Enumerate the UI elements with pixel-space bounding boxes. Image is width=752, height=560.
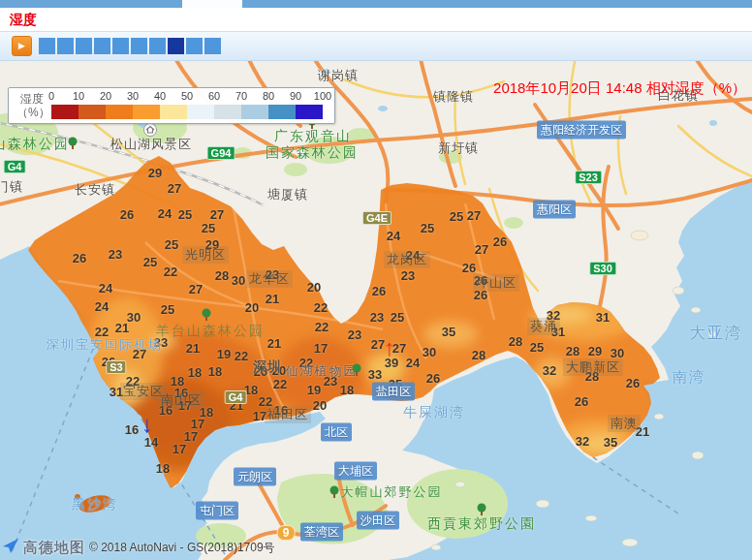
amap-brand: 高德地图	[23, 539, 85, 557]
legend-tick: 30	[127, 90, 139, 102]
timeline-step-1[interactable]	[39, 38, 55, 54]
legend-tick: 50	[181, 90, 193, 102]
legend-tick: 100	[314, 90, 331, 102]
timeline-step-9[interactable]	[186, 38, 203, 54]
legend-color-block	[214, 105, 241, 119]
legend-tick: 20	[100, 90, 111, 102]
timeline-step-7[interactable]	[149, 38, 166, 54]
timeline-step-4[interactable]	[94, 38, 110, 54]
copyright-text: © 2018 AutoNavi - GS(2018)1709号	[89, 540, 275, 556]
legend-color-block	[78, 105, 106, 119]
legend-color-block	[296, 105, 323, 119]
legend-tick: 10	[73, 90, 84, 102]
play-button[interactable]: ▶	[12, 36, 32, 56]
timeline-step-10[interactable]	[204, 38, 221, 54]
timestamp-text: 2018年10月20日 14:48 相对湿度（%）	[493, 79, 746, 98]
timeline-step-2[interactable]	[57, 38, 74, 54]
amap-logo-icon	[2, 537, 19, 558]
humidity-map-page: 2927262425272525292326252228302327242120…	[0, 0, 752, 560]
humidity-legend: 湿度 （%） 0102030405060708090100	[8, 87, 335, 124]
timeline-step-6[interactable]	[131, 38, 147, 54]
legend-color-block	[241, 105, 268, 119]
legend-tick: 0	[48, 90, 54, 102]
timeline-step-3[interactable]	[76, 38, 92, 54]
map-attribution: 高德地图 © 2018 AutoNavi - GS(2018)1709号	[2, 537, 275, 558]
legend-color-block	[160, 105, 187, 119]
title-bar: 湿度	[0, 8, 752, 32]
legend-tick: 80	[263, 90, 274, 102]
legend-color-block	[268, 105, 296, 119]
legend-color-block	[51, 105, 78, 119]
legend-tick: 40	[154, 90, 166, 102]
legend-color-block	[133, 105, 160, 119]
top-strip	[0, 0, 752, 8]
legend-tick: 70	[235, 90, 247, 102]
island-blob	[75, 492, 112, 515]
player-bar: ▶	[0, 32, 752, 61]
timeline-steps	[39, 38, 223, 54]
legend-tick: 60	[208, 90, 220, 102]
page-title: 湿度	[10, 12, 37, 29]
legend-color-block	[106, 105, 133, 119]
legend-color-block	[187, 105, 214, 119]
timeline-step-8[interactable]	[168, 38, 184, 54]
timeline-step-5[interactable]	[112, 38, 129, 54]
legend-unit: （%）	[16, 105, 50, 121]
legend-tick: 90	[290, 90, 301, 102]
